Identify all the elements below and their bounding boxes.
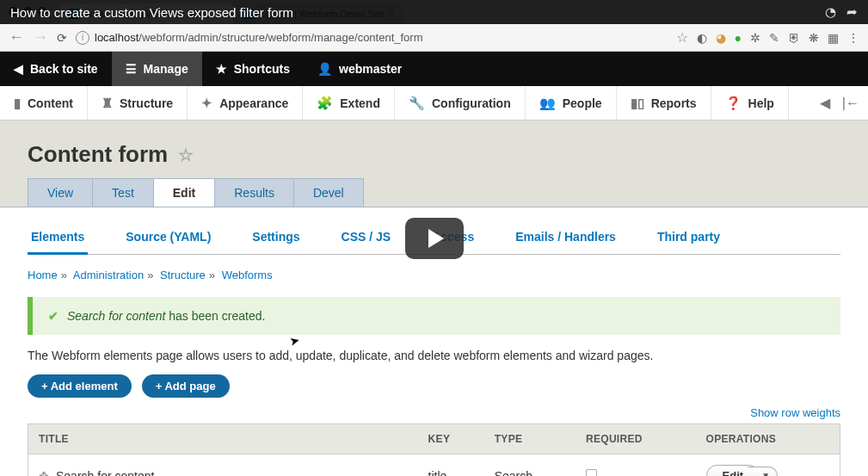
table-row: ✥Search for content title Search Edit▼ <box>28 454 840 477</box>
ext-icon[interactable]: ● <box>735 31 742 45</box>
tab-devel[interactable]: Devel <box>293 178 364 207</box>
tab-view[interactable]: View <box>28 178 93 207</box>
browser-url-bar: ← → ⟳ i localhost/webform/admin/structur… <box>0 24 868 52</box>
label: Shortcuts <box>234 62 290 76</box>
help-icon: ❓ <box>725 96 742 111</box>
tab-edit[interactable]: Edit <box>153 178 215 207</box>
page-description: The Webform elements page allows users t… <box>28 349 840 362</box>
row-key: title <box>418 454 484 477</box>
ext-icon[interactable]: ▦ <box>828 31 839 45</box>
extension-icons: ◐ ◕ ● ✲ ✎ ⛨ ❋ ▦ ⋮ <box>697 31 859 45</box>
col-operations: OPERATIONS <box>696 424 840 454</box>
chevron-left-icon[interactable]: ◀ <box>820 95 830 111</box>
hamburger-icon: ☰ <box>126 62 137 76</box>
menu-extend[interactable]: 🧩Extend <box>303 86 395 120</box>
menu-reports[interactable]: ▮▯Reports <box>617 86 711 120</box>
status-text: has been created. <box>165 309 265 323</box>
url-field[interactable]: i localhost/webform/admin/structure/webf… <box>76 31 668 45</box>
user-icon: 👤 <box>317 62 332 76</box>
video-title-overlay: How to create a custom Views exposed fil… <box>0 0 868 24</box>
ext-icon[interactable]: ⛨ <box>788 31 800 45</box>
col-type: TYPE <box>484 424 576 454</box>
ext-icon[interactable]: ◕ <box>716 31 726 45</box>
dropdown-toggle[interactable]: ▼ <box>748 467 778 476</box>
ext-icon[interactable]: ❋ <box>809 31 819 45</box>
page-title: Content form ☆ <box>0 121 868 178</box>
content-region: Content form ☆ View Test Edit Results De… <box>0 121 868 476</box>
video-title: How to create a custom Views exposed fil… <box>10 5 293 20</box>
breadcrumb-link[interactable]: Structure <box>160 269 206 281</box>
menu-people[interactable]: 👥People <box>526 86 617 120</box>
breadcrumb: Home» Administration» Structure» Webform… <box>28 269 840 281</box>
manage-button[interactable]: ☰Manage <box>112 52 202 86</box>
drupal-admin-menu: ▮Content ♜Structure ✦Appearance 🧩Extend … <box>0 86 868 121</box>
tab-results[interactable]: Results <box>214 178 294 207</box>
row-type: Search <box>484 454 576 477</box>
subtab-css-js[interactable]: CSS / JS <box>338 223 395 255</box>
status-subject: Search for content <box>67 309 165 323</box>
video-play-button[interactable] <box>405 218 464 259</box>
breadcrumb-link[interactable]: Webforms <box>222 269 273 281</box>
share-icon[interactable]: ➦ <box>846 4 858 20</box>
play-icon <box>428 229 444 248</box>
status-message: ✔ Search for content has been created. <box>28 297 840 335</box>
people-icon: 👥 <box>539 96 556 111</box>
label: webmaster <box>339 62 402 76</box>
add-element-button[interactable]: + Add element <box>28 374 132 398</box>
gear-icon[interactable]: ✲ <box>750 31 760 45</box>
structure-icon: ♜ <box>102 96 113 111</box>
orientation-icon[interactable]: |← <box>842 96 859 111</box>
shortcut-star-icon[interactable]: ☆ <box>178 145 194 165</box>
col-required: REQUIRED <box>576 424 696 454</box>
star-icon[interactable]: ☆ <box>676 29 688 46</box>
back-to-site-button[interactable]: ◀Back to site <box>0 52 112 86</box>
col-key: KEY <box>418 424 484 454</box>
ext-icon[interactable]: ✎ <box>769 31 779 45</box>
subtab-thirdparty[interactable]: Third party <box>654 223 723 255</box>
required-checkbox[interactable] <box>586 469 597 477</box>
menu-content[interactable]: ▮Content <box>0 86 88 120</box>
ext-icon[interactable]: ◐ <box>697 31 707 45</box>
reload-icon[interactable]: ⟳ <box>57 31 67 45</box>
shortcuts-button[interactable]: ★Shortcuts <box>202 52 304 86</box>
breadcrumb-link[interactable]: Administration <box>73 269 144 281</box>
file-icon: ▮ <box>14 96 21 111</box>
row-title: Search for content <box>56 469 154 477</box>
site-info-icon[interactable]: i <box>76 31 89 45</box>
chart-icon: ▮▯ <box>631 96 644 111</box>
url-path: /webform/admin/structure/webform/manage/… <box>139 31 422 44</box>
subtab-emails[interactable]: Emails / Handlers <box>512 223 619 255</box>
url-host: localhost <box>95 31 139 44</box>
menu-help[interactable]: ❓Help <box>711 86 789 120</box>
user-button[interactable]: 👤webmaster <box>304 52 416 86</box>
wand-icon: ✦ <box>201 96 212 111</box>
menu-icon[interactable]: ⋮ <box>847 31 859 45</box>
subtab-elements[interactable]: Elements <box>28 223 88 255</box>
col-title: TITLE <box>28 424 418 454</box>
watch-later-icon[interactable]: ◔ <box>825 4 836 20</box>
subtab-source[interactable]: Source (YAML) <box>122 223 214 255</box>
drupal-admin-toolbar: ◀Back to site ☰Manage ★Shortcuts 👤webmas… <box>0 52 868 86</box>
back-icon[interactable]: ← <box>9 28 24 46</box>
label: Back to site <box>30 62 98 76</box>
check-icon: ✔ <box>48 309 58 323</box>
elements-table: TITLE KEY TYPE REQUIRED OPERATIONS ✥Sear… <box>28 423 840 476</box>
back-arrow-icon: ◀ <box>14 62 23 76</box>
menu-configuration[interactable]: 🔧Configuration <box>395 86 526 120</box>
drag-handle-icon[interactable]: ✥ <box>39 469 49 477</box>
label: Manage <box>144 62 188 76</box>
subtab-settings[interactable]: Settings <box>249 223 303 255</box>
menu-structure[interactable]: ♜Structure <box>88 86 188 120</box>
tab-test[interactable]: Test <box>92 178 154 207</box>
puzzle-icon: 🧩 <box>317 96 333 111</box>
add-page-button[interactable]: + Add page <box>142 374 230 398</box>
menu-appearance[interactable]: ✦Appearance <box>188 86 303 120</box>
show-row-weights-link[interactable]: Show row weights <box>750 406 840 419</box>
breadcrumb-link[interactable]: Home <box>28 269 58 281</box>
forward-icon: → <box>33 28 48 46</box>
star-icon: ★ <box>216 62 227 76</box>
primary-tabs: View Test Edit Results Devel <box>0 178 868 207</box>
wrench-icon: 🔧 <box>409 96 425 111</box>
